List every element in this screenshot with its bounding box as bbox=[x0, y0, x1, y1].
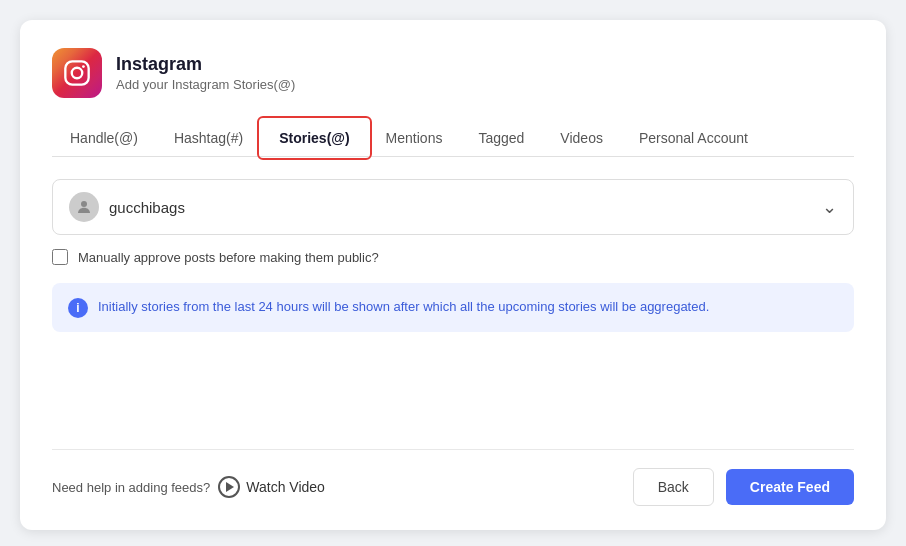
create-feed-button[interactable]: Create Feed bbox=[726, 469, 854, 505]
play-icon bbox=[218, 476, 240, 498]
header-text: Instagram Add your Instagram Stories(@) bbox=[116, 54, 295, 92]
tab-stories[interactable]: Stories(@) bbox=[261, 120, 367, 156]
user-avatar bbox=[69, 192, 99, 222]
approve-checkbox-label: Manually approve posts before making the… bbox=[78, 250, 379, 265]
info-text: Initially stories from the last 24 hours… bbox=[98, 297, 709, 317]
svg-point-2 bbox=[82, 65, 85, 68]
action-buttons: Back Create Feed bbox=[633, 468, 854, 506]
tab-videos[interactable]: Videos bbox=[542, 120, 621, 156]
tab-bar: Handle(@) Hashtag(#) Stories(@) Mentions… bbox=[52, 120, 854, 157]
svg-point-3 bbox=[81, 201, 87, 207]
help-text: Need help in adding feeds? bbox=[52, 480, 210, 495]
account-dropdown[interactable]: gucchibags ⌄ bbox=[52, 179, 854, 235]
back-button[interactable]: Back bbox=[633, 468, 714, 506]
chevron-down-icon: ⌄ bbox=[822, 196, 837, 218]
footer: Need help in adding feeds? Watch Video B… bbox=[52, 449, 854, 506]
tab-personal-account[interactable]: Personal Account bbox=[621, 120, 766, 156]
instagram-logo bbox=[52, 48, 102, 98]
tab-hashtag[interactable]: Hashtag(#) bbox=[156, 120, 261, 156]
app-header: Instagram Add your Instagram Stories(@) bbox=[52, 48, 854, 98]
help-row: Need help in adding feeds? Watch Video bbox=[52, 476, 325, 498]
app-title: Instagram bbox=[116, 54, 295, 75]
watch-video-button[interactable]: Watch Video bbox=[218, 476, 325, 498]
tab-handle[interactable]: Handle(@) bbox=[52, 120, 156, 156]
svg-point-1 bbox=[72, 68, 83, 79]
info-icon: i bbox=[68, 298, 88, 318]
tab-tagged[interactable]: Tagged bbox=[460, 120, 542, 156]
tab-mentions[interactable]: Mentions bbox=[368, 120, 461, 156]
play-triangle-icon bbox=[226, 482, 234, 492]
dropdown-username: gucchibags bbox=[109, 199, 185, 216]
approve-checkbox[interactable] bbox=[52, 249, 68, 265]
dropdown-left: gucchibags bbox=[69, 192, 185, 222]
main-card: Instagram Add your Instagram Stories(@) … bbox=[20, 20, 886, 530]
svg-rect-0 bbox=[65, 61, 88, 84]
watch-video-label: Watch Video bbox=[246, 479, 325, 495]
approve-checkbox-row: Manually approve posts before making the… bbox=[52, 249, 854, 265]
info-box: i Initially stories from the last 24 hou… bbox=[52, 283, 854, 332]
app-subtitle: Add your Instagram Stories(@) bbox=[116, 77, 295, 92]
